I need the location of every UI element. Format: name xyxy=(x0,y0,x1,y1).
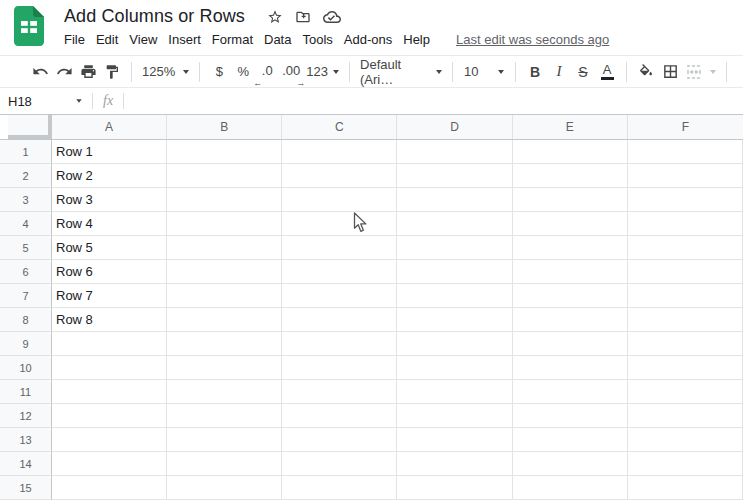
cell-D5[interactable] xyxy=(397,236,512,260)
row-header-8[interactable]: 8 xyxy=(0,308,52,332)
cell-C1[interactable] xyxy=(282,140,397,164)
cell-D2[interactable] xyxy=(397,164,512,188)
cell-A9[interactable] xyxy=(52,332,167,356)
cell-F13[interactable] xyxy=(628,428,743,452)
strikethrough-button[interactable]: S xyxy=(571,60,595,84)
italic-button[interactable]: I xyxy=(547,60,571,84)
cell-A4[interactable]: Row 4 xyxy=(52,212,167,236)
paint-format-button[interactable] xyxy=(100,60,124,84)
row-header-5[interactable]: 5 xyxy=(0,236,52,260)
cell-E14[interactable] xyxy=(513,452,628,476)
cell-B4[interactable] xyxy=(167,212,282,236)
cell-F3[interactable] xyxy=(628,188,743,212)
cell-F6[interactable] xyxy=(628,260,743,284)
cell-E11[interactable] xyxy=(513,380,628,404)
column-header-a[interactable]: A xyxy=(52,115,167,139)
menu-view[interactable]: View xyxy=(129,31,157,48)
cell-F2[interactable] xyxy=(628,164,743,188)
row-header-13[interactable]: 13 xyxy=(0,428,52,452)
cell-A7[interactable]: Row 7 xyxy=(52,284,167,308)
cell-A5[interactable]: Row 5 xyxy=(52,236,167,260)
cell-A8[interactable]: Row 8 xyxy=(52,308,167,332)
cell-A13[interactable] xyxy=(52,428,167,452)
menu-file[interactable]: File xyxy=(64,31,85,48)
cell-A2[interactable]: Row 2 xyxy=(52,164,167,188)
format-currency-button[interactable]: $ xyxy=(207,60,231,84)
cell-D12[interactable] xyxy=(397,404,512,428)
cell-B3[interactable] xyxy=(167,188,282,212)
menu-insert[interactable]: Insert xyxy=(168,31,201,48)
cell-C9[interactable] xyxy=(282,332,397,356)
cell-F9[interactable] xyxy=(628,332,743,356)
cell-B1[interactable] xyxy=(167,140,282,164)
column-header-b[interactable]: B xyxy=(167,115,282,139)
column-header-c[interactable]: C xyxy=(282,115,397,139)
cell-D11[interactable] xyxy=(397,380,512,404)
cell-D1[interactable] xyxy=(397,140,512,164)
redo-button[interactable] xyxy=(52,60,76,84)
column-header-d[interactable]: D xyxy=(397,115,512,139)
cell-E8[interactable] xyxy=(513,308,628,332)
cell-D4[interactable] xyxy=(397,212,512,236)
bold-button[interactable]: B xyxy=(523,60,547,84)
cell-F8[interactable] xyxy=(628,308,743,332)
row-header-7[interactable]: 7 xyxy=(0,284,52,308)
star-icon[interactable] xyxy=(267,9,283,25)
cell-B5[interactable] xyxy=(167,236,282,260)
cell-C14[interactable] xyxy=(282,452,397,476)
cell-B12[interactable] xyxy=(167,404,282,428)
name-box[interactable]: H18 xyxy=(0,94,92,109)
cell-B8[interactable] xyxy=(167,308,282,332)
document-title[interactable]: Add Columns or Rows xyxy=(64,6,245,27)
cell-A12[interactable] xyxy=(52,404,167,428)
cell-D13[interactable] xyxy=(397,428,512,452)
cell-F10[interactable] xyxy=(628,356,743,380)
cell-D9[interactable] xyxy=(397,332,512,356)
cell-A11[interactable] xyxy=(52,380,167,404)
cell-C13[interactable] xyxy=(282,428,397,452)
cell-C6[interactable] xyxy=(282,260,397,284)
more-formats-button[interactable]: 123 xyxy=(303,60,342,84)
cell-B10[interactable] xyxy=(167,356,282,380)
cell-F5[interactable] xyxy=(628,236,743,260)
cell-B11[interactable] xyxy=(167,380,282,404)
decrease-decimals-button[interactable]: .0← xyxy=(255,60,279,84)
cell-D3[interactable] xyxy=(397,188,512,212)
row-header-12[interactable]: 12 xyxy=(0,404,52,428)
cell-A15[interactable] xyxy=(52,476,167,500)
last-edit-link[interactable]: Last edit was seconds ago xyxy=(456,32,609,47)
column-header-f[interactable]: F xyxy=(628,115,743,139)
row-header-4[interactable]: 4 xyxy=(0,212,52,236)
cell-E6[interactable] xyxy=(513,260,628,284)
cell-E2[interactable] xyxy=(513,164,628,188)
select-all-corner[interactable] xyxy=(0,115,52,139)
cell-B14[interactable] xyxy=(167,452,282,476)
increase-decimals-button[interactable]: .00→ xyxy=(279,60,303,84)
cell-B9[interactable] xyxy=(167,332,282,356)
zoom-select[interactable]: 125% xyxy=(139,60,192,84)
cell-D6[interactable] xyxy=(397,260,512,284)
text-color-button[interactable]: A xyxy=(595,60,619,84)
row-header-10[interactable]: 10 xyxy=(0,356,52,380)
row-header-9[interactable]: 9 xyxy=(0,332,52,356)
cell-D7[interactable] xyxy=(397,284,512,308)
cell-E9[interactable] xyxy=(513,332,628,356)
cell-D10[interactable] xyxy=(397,356,512,380)
cell-C3[interactable] xyxy=(282,188,397,212)
menu-tools[interactable]: Tools xyxy=(302,31,332,48)
cell-E4[interactable] xyxy=(513,212,628,236)
move-to-folder-icon[interactable] xyxy=(295,9,311,25)
menu-format[interactable]: Format xyxy=(212,31,253,48)
cell-C4[interactable] xyxy=(282,212,397,236)
menu-help[interactable]: Help xyxy=(403,31,430,48)
cell-A10[interactable] xyxy=(52,356,167,380)
cell-B7[interactable] xyxy=(167,284,282,308)
cell-F4[interactable] xyxy=(628,212,743,236)
cell-E15[interactable] xyxy=(513,476,628,500)
cell-A1[interactable]: Row 1 xyxy=(52,140,167,164)
cell-D15[interactable] xyxy=(397,476,512,500)
cell-E1[interactable] xyxy=(513,140,628,164)
cell-F11[interactable] xyxy=(628,380,743,404)
fill-color-button[interactable] xyxy=(634,60,658,84)
row-header-15[interactable]: 15 xyxy=(0,476,52,500)
